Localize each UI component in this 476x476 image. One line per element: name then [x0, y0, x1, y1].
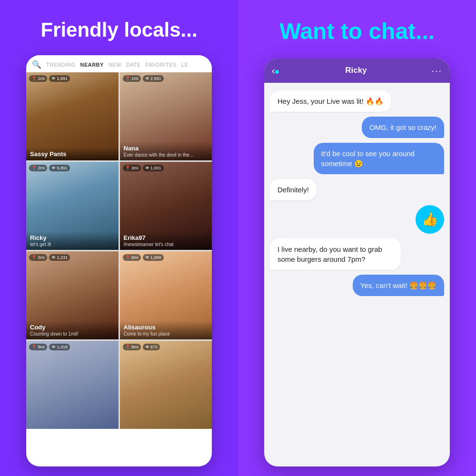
badge-row: 📍 1mi 👁 2,991 — [123, 75, 164, 82]
nav-nearby[interactable]: NEARBY — [80, 62, 103, 68]
msg-row-1: Hey Jess, your Live was lit! 🔥🔥 — [270, 90, 444, 112]
cell-name: Sassy Pants — [30, 150, 115, 158]
grid-cell-7[interactable]: 📍 9mi 👁 673 — [120, 341, 212, 429]
right-title: Want to chat... — [279, 19, 435, 44]
badge-row: 📍 9mi 👁 673 — [123, 344, 160, 350]
distance-badge: 📍 1mi — [123, 75, 141, 82]
cell-name: Alisaurous — [124, 324, 208, 331]
user-grid: 📍 1mi 👁 1,891 Sassy Pants 📍 1mi 👁 2,991 … — [26, 72, 212, 429]
nav-items: TRENDING NEARBY NEW DATE FAVORITES LE — [46, 62, 188, 68]
search-icon[interactable]: 🔍 — [32, 60, 41, 69]
left-panel: Friendly locals... 🔍 TRENDING NEARBY NEW… — [0, 0, 238, 476]
msg-received-1: Hey Jess, your Live was lit! 🔥🔥 — [270, 90, 391, 112]
grid-cell-2[interactable]: 📍 2mi 👁 6,891 Ricky let's get lit — [26, 162, 119, 250]
cell-info: Erika97 #newstreamer let's chat — [120, 231, 212, 250]
more-button[interactable]: ··· — [431, 65, 442, 76]
nav-bar: 🔍 TRENDING NEARBY NEW DATE FAVORITES LE — [26, 55, 212, 72]
cell-name: Nana — [124, 145, 208, 152]
distance-badge: 📍 1mi — [29, 75, 47, 82]
cell-name: Ricky — [30, 234, 115, 241]
grid-cell-5[interactable]: 📍 6mi 👁 1,999 Alisaurous Come to my fun … — [120, 251, 212, 339]
views-badge: 👁 1,418 — [49, 344, 70, 350]
msg-row-2: OMG, it got so crazy! — [270, 117, 444, 138]
grid-cell-1[interactable]: 📍 1mi 👁 2,991 Nana Ever dance with the d… — [120, 72, 212, 160]
msg-row-3: It'd be cool to see you around sometime … — [270, 143, 444, 174]
badge-row: 📍 8mi 👁 1,418 — [29, 344, 70, 350]
distance-badge: 📍 9mi — [123, 344, 141, 350]
cell-info: Sassy Pants — [26, 148, 119, 160]
distance-badge: 📍 2mi — [29, 165, 47, 171]
views-badge: 👁 1,999 — [143, 254, 164, 261]
cell-name: Erika97 — [124, 234, 208, 241]
nav-favorites[interactable]: FAVORITES — [146, 62, 177, 68]
msg-sent-3: It'd be cool to see you around sometime … — [314, 143, 445, 174]
distance-badge: 📍 6mi — [123, 254, 141, 261]
views-badge: 👁 6,891 — [49, 165, 70, 171]
msg-sent-7: Yes, can't wait! 🍔🍔🍔 — [353, 275, 444, 296]
cell-info: Alisaurous Come to my fun place — [120, 321, 212, 339]
badge-row: 📍 2mi 👁 6,891 — [29, 165, 70, 171]
chat-header: ‹ Ricky ··· — [264, 59, 450, 83]
phone-frame-right: ‹ Ricky ··· Hey Jess, your Live was lit!… — [264, 59, 450, 466]
cell-name: Cody — [30, 324, 115, 331]
grid-cell-4[interactable]: 📍 5mi 👁 1,231 Cody Counting down to 1mil… — [26, 251, 119, 339]
views-badge: 👁 2,991 — [143, 75, 164, 82]
msg-row-6: I live nearby, do you want to grab some … — [270, 238, 444, 270]
distance-badge: 📍 5mi — [29, 254, 47, 261]
views-badge: 👁 673 — [143, 344, 160, 350]
badge-row: 📍 6mi 👁 1,999 — [123, 254, 164, 261]
nav-le[interactable]: LE — [181, 62, 188, 68]
msg-sent-2: OMG, it got so crazy! — [362, 117, 444, 138]
thumbs-up-reaction: 👍 — [416, 205, 444, 234]
msg-received-6: I live nearby, do you want to grab some … — [270, 238, 401, 270]
chat-body[interactable]: Hey Jess, your Live was lit! 🔥🔥 OMG, it … — [264, 83, 450, 304]
nav-new[interactable]: NEW — [109, 62, 121, 68]
nav-trending[interactable]: TRENDING — [46, 62, 75, 68]
cell-info: Ricky let's get lit — [26, 231, 119, 250]
phone-frame-left: 🔍 TRENDING NEARBY NEW DATE FAVORITES LE … — [26, 55, 212, 466]
badge-row: 📍 3mi 👁 1,001 — [123, 165, 164, 171]
badge-row: 📍 1mi 👁 1,891 — [29, 75, 70, 82]
cell-info: Nana Ever dance with the devil in the... — [120, 142, 212, 160]
msg-row-4: Definitely! — [270, 179, 444, 200]
msg-row-7: Yes, can't wait! 🍔🍔🍔 — [270, 275, 444, 296]
cell-sub: Counting down to 1mil! — [30, 331, 115, 337]
distance-badge: 📍 8mi — [29, 344, 47, 350]
grid-cell-6[interactable]: 📍 8mi 👁 1,418 — [26, 341, 119, 429]
chat-contact-name: Ricky — [345, 66, 367, 75]
grid-cell-0[interactable]: 📍 1mi 👁 1,891 Sassy Pants — [26, 72, 119, 160]
cell-sub: let's get lit — [30, 242, 115, 247]
views-badge: 👁 1,231 — [49, 254, 70, 261]
cell-sub: Come to my fun place — [124, 331, 208, 337]
cell-info: Cody Counting down to 1mil! — [26, 321, 119, 339]
views-badge: 👁 1,891 — [49, 75, 70, 82]
msg-row-5: 👍 — [270, 205, 444, 234]
cell-sub: #newstreamer let's chat — [124, 242, 208, 247]
views-badge: 👁 1,001 — [143, 165, 164, 171]
grid-cell-3[interactable]: 📍 3mi 👁 1,001 Erika97 #newstreamer let's… — [120, 162, 212, 250]
right-panel: Want to chat... ‹ Ricky ··· Hey Jess, yo… — [238, 0, 476, 476]
cell-sub: Ever dance with the devil in the... — [124, 152, 208, 158]
left-title: Friendly locals... — [40, 19, 197, 41]
nav-date[interactable]: DATE — [126, 62, 141, 68]
msg-received-4: Definitely! — [270, 179, 317, 200]
badge-row: 📍 5mi 👁 1,231 — [29, 254, 70, 261]
distance-badge: 📍 3mi — [123, 165, 141, 171]
back-button[interactable]: ‹ — [272, 65, 281, 76]
